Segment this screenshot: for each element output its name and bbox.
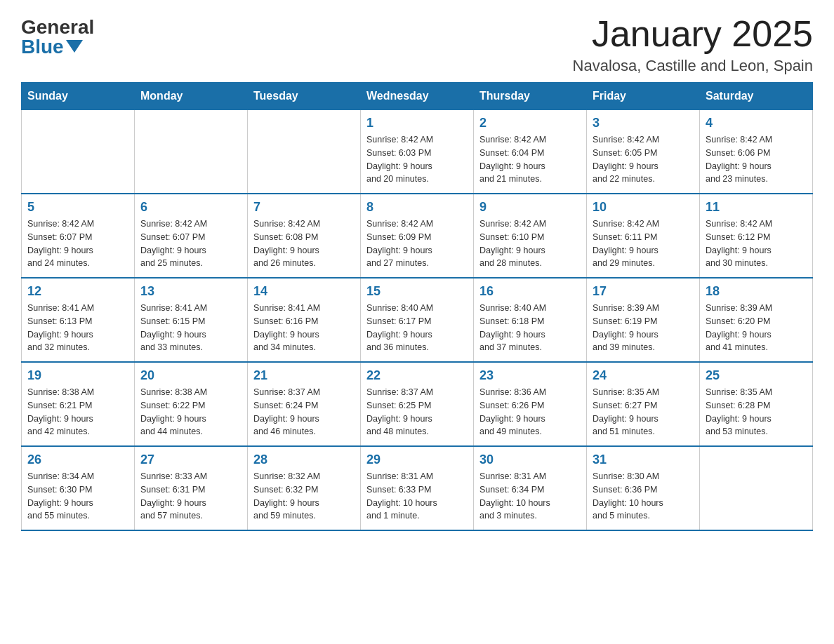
calendar-cell (22, 110, 135, 194)
day-number: 17 (593, 284, 694, 299)
calendar-cell: 27Sunrise: 8:33 AM Sunset: 6:31 PM Dayli… (135, 446, 248, 530)
day-info: Sunrise: 8:42 AM Sunset: 6:07 PM Dayligh… (140, 217, 241, 270)
day-info: Sunrise: 8:42 AM Sunset: 6:04 PM Dayligh… (479, 133, 581, 186)
weekday-header-saturday: Saturday (700, 83, 813, 110)
calendar-cell: 26Sunrise: 8:34 AM Sunset: 6:30 PM Dayli… (22, 446, 135, 530)
logo-triangle-icon (66, 40, 83, 53)
day-number: 12 (27, 284, 128, 299)
day-info: Sunrise: 8:31 AM Sunset: 6:34 PM Dayligh… (479, 470, 581, 523)
day-number: 1 (366, 116, 468, 130)
day-info: Sunrise: 8:41 AM Sunset: 6:15 PM Dayligh… (140, 302, 241, 354)
calendar-week-row: 12Sunrise: 8:41 AM Sunset: 6:13 PM Dayli… (22, 278, 813, 362)
calendar-header-row: SundayMondayTuesdayWednesdayThursdayFrid… (22, 83, 813, 110)
calendar-cell: 3Sunrise: 8:42 AM Sunset: 6:05 PM Daylig… (587, 110, 700, 194)
day-number: 10 (593, 200, 694, 215)
calendar-cell: 10Sunrise: 8:42 AM Sunset: 6:11 PM Dayli… (587, 194, 700, 278)
calendar-cell: 25Sunrise: 8:35 AM Sunset: 6:28 PM Dayli… (700, 362, 813, 446)
day-number: 25 (706, 368, 807, 383)
weekday-header-wednesday: Wednesday (361, 83, 474, 110)
day-number: 5 (27, 200, 128, 215)
day-number: 16 (479, 284, 581, 299)
day-number: 28 (253, 452, 355, 467)
page-header: General Blue January 2025 Navalosa, Cast… (21, 14, 813, 75)
month-title: January 2025 (573, 14, 813, 54)
day-info: Sunrise: 8:40 AM Sunset: 6:17 PM Dayligh… (366, 302, 468, 354)
day-number: 13 (140, 284, 241, 299)
day-number: 30 (479, 452, 581, 467)
calendar-cell: 1Sunrise: 8:42 AM Sunset: 6:03 PM Daylig… (361, 110, 474, 194)
weekday-header-monday: Monday (135, 83, 248, 110)
day-number: 20 (140, 368, 241, 383)
day-info: Sunrise: 8:42 AM Sunset: 6:07 PM Dayligh… (27, 217, 128, 270)
day-number: 2 (479, 116, 581, 130)
day-info: Sunrise: 8:34 AM Sunset: 6:30 PM Dayligh… (27, 470, 128, 523)
day-info: Sunrise: 8:42 AM Sunset: 6:05 PM Dayligh… (593, 133, 694, 186)
calendar-cell: 21Sunrise: 8:37 AM Sunset: 6:24 PM Dayli… (248, 362, 361, 446)
calendar-cell: 28Sunrise: 8:32 AM Sunset: 6:32 PM Dayli… (248, 446, 361, 530)
calendar-cell: 11Sunrise: 8:42 AM Sunset: 6:12 PM Dayli… (700, 194, 813, 278)
weekday-header-tuesday: Tuesday (248, 83, 361, 110)
weekday-header-friday: Friday (587, 83, 700, 110)
calendar-cell: 2Sunrise: 8:42 AM Sunset: 6:04 PM Daylig… (474, 110, 587, 194)
calendar-cell: 31Sunrise: 8:30 AM Sunset: 6:36 PM Dayli… (587, 446, 700, 530)
day-number: 11 (706, 200, 807, 215)
calendar-cell: 17Sunrise: 8:39 AM Sunset: 6:19 PM Dayli… (587, 278, 700, 362)
day-info: Sunrise: 8:42 AM Sunset: 6:11 PM Dayligh… (593, 217, 694, 270)
calendar-cell: 18Sunrise: 8:39 AM Sunset: 6:20 PM Dayli… (700, 278, 813, 362)
calendar-cell: 5Sunrise: 8:42 AM Sunset: 6:07 PM Daylig… (22, 194, 135, 278)
calendar-cell: 7Sunrise: 8:42 AM Sunset: 6:08 PM Daylig… (248, 194, 361, 278)
calendar-cell: 12Sunrise: 8:41 AM Sunset: 6:13 PM Dayli… (22, 278, 135, 362)
day-info: Sunrise: 8:35 AM Sunset: 6:28 PM Dayligh… (706, 386, 807, 438)
day-info: Sunrise: 8:32 AM Sunset: 6:32 PM Dayligh… (253, 470, 355, 523)
day-number: 7 (253, 200, 355, 215)
day-info: Sunrise: 8:39 AM Sunset: 6:19 PM Dayligh… (593, 302, 694, 354)
calendar-cell: 9Sunrise: 8:42 AM Sunset: 6:10 PM Daylig… (474, 194, 587, 278)
weekday-header-thursday: Thursday (474, 83, 587, 110)
day-number: 31 (593, 452, 694, 467)
day-info: Sunrise: 8:42 AM Sunset: 6:10 PM Dayligh… (479, 217, 581, 270)
calendar-cell: 14Sunrise: 8:41 AM Sunset: 6:16 PM Dayli… (248, 278, 361, 362)
day-info: Sunrise: 8:35 AM Sunset: 6:27 PM Dayligh… (593, 386, 694, 438)
calendar-cell: 15Sunrise: 8:40 AM Sunset: 6:17 PM Dayli… (361, 278, 474, 362)
weekday-header-sunday: Sunday (22, 83, 135, 110)
day-number: 27 (140, 452, 241, 467)
day-number: 4 (706, 116, 807, 130)
day-info: Sunrise: 8:42 AM Sunset: 6:03 PM Dayligh… (366, 133, 468, 186)
day-number: 8 (366, 200, 468, 215)
day-info: Sunrise: 8:30 AM Sunset: 6:36 PM Dayligh… (593, 470, 694, 523)
calendar-week-row: 5Sunrise: 8:42 AM Sunset: 6:07 PM Daylig… (22, 194, 813, 278)
location-title: Navalosa, Castille and Leon, Spain (573, 57, 813, 75)
calendar-cell (700, 446, 813, 530)
day-info: Sunrise: 8:41 AM Sunset: 6:13 PM Dayligh… (27, 302, 128, 354)
calendar-week-row: 26Sunrise: 8:34 AM Sunset: 6:30 PM Dayli… (22, 446, 813, 530)
calendar-table: SundayMondayTuesdayWednesdayThursdayFrid… (21, 82, 813, 531)
day-number: 22 (366, 368, 468, 383)
calendar-cell: 6Sunrise: 8:42 AM Sunset: 6:07 PM Daylig… (135, 194, 248, 278)
day-number: 21 (253, 368, 355, 383)
calendar-cell: 8Sunrise: 8:42 AM Sunset: 6:09 PM Daylig… (361, 194, 474, 278)
day-info: Sunrise: 8:33 AM Sunset: 6:31 PM Dayligh… (140, 470, 241, 523)
day-number: 3 (593, 116, 694, 130)
day-info: Sunrise: 8:38 AM Sunset: 6:22 PM Dayligh… (140, 386, 241, 438)
day-number: 23 (479, 368, 581, 383)
day-info: Sunrise: 8:36 AM Sunset: 6:26 PM Dayligh… (479, 386, 581, 438)
logo-general-text: General (21, 18, 94, 37)
day-info: Sunrise: 8:37 AM Sunset: 6:25 PM Dayligh… (366, 386, 468, 438)
calendar-cell: 13Sunrise: 8:41 AM Sunset: 6:15 PM Dayli… (135, 278, 248, 362)
logo-blue-text: Blue (21, 37, 83, 57)
calendar-cell (135, 110, 248, 194)
day-number: 29 (366, 452, 468, 467)
day-number: 18 (706, 284, 807, 299)
calendar-cell (248, 110, 361, 194)
calendar-cell: 23Sunrise: 8:36 AM Sunset: 6:26 PM Dayli… (474, 362, 587, 446)
calendar-cell: 16Sunrise: 8:40 AM Sunset: 6:18 PM Dayli… (474, 278, 587, 362)
day-info: Sunrise: 8:42 AM Sunset: 6:08 PM Dayligh… (253, 217, 355, 270)
calendar-cell: 29Sunrise: 8:31 AM Sunset: 6:33 PM Dayli… (361, 446, 474, 530)
day-info: Sunrise: 8:40 AM Sunset: 6:18 PM Dayligh… (479, 302, 581, 354)
day-info: Sunrise: 8:38 AM Sunset: 6:21 PM Dayligh… (27, 386, 128, 438)
day-info: Sunrise: 8:41 AM Sunset: 6:16 PM Dayligh… (253, 302, 355, 354)
calendar-cell: 30Sunrise: 8:31 AM Sunset: 6:34 PM Dayli… (474, 446, 587, 530)
day-info: Sunrise: 8:42 AM Sunset: 6:06 PM Dayligh… (706, 133, 807, 186)
calendar-cell: 24Sunrise: 8:35 AM Sunset: 6:27 PM Dayli… (587, 362, 700, 446)
day-info: Sunrise: 8:42 AM Sunset: 6:09 PM Dayligh… (366, 217, 468, 270)
